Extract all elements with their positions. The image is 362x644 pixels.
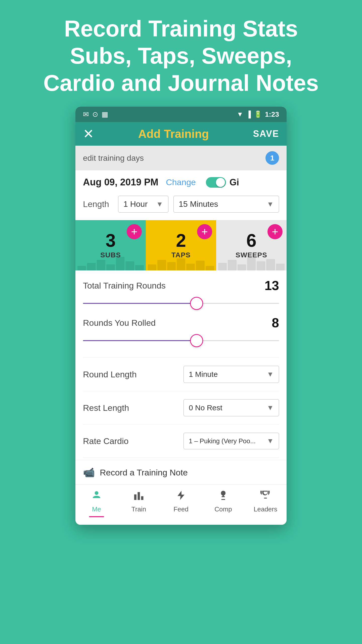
svg-rect-1: [134, 494, 137, 500]
total-rounds-slider[interactable]: [83, 297, 279, 310]
hour-dropdown[interactable]: 1 Hour ▼: [118, 196, 168, 213]
bottom-nav: Me Train Feed Comp Leaders: [75, 485, 287, 525]
rest-length-arrow: ▼: [267, 404, 274, 412]
lightning-icon: [175, 490, 187, 503]
nav-item-me[interactable]: Me: [80, 490, 113, 517]
rolled-rounds-label: Rounds You Rolled: [83, 318, 156, 328]
phone-mockup: ✉ ⊙ ▦ ▼ ▐ 🔋 1:23 ✕ Add Training SAVE edi…: [75, 107, 287, 525]
minutes-value: 15 Minutes: [179, 199, 218, 209]
divider-1: [83, 357, 279, 358]
gi-toggle-container: Gi: [206, 177, 239, 188]
total-rounds-label: Total Training Rounds: [83, 281, 166, 291]
rest-length-dropdown[interactable]: 0 No Rest ▼: [184, 399, 279, 416]
wifi-icon: ▼: [237, 110, 243, 118]
sweeps-plus-button[interactable]: +: [267, 224, 283, 239]
svg-rect-2: [138, 492, 140, 500]
edit-badge: 1: [265, 151, 279, 165]
rate-cardio-row: Rate Cardio 1 – Puking (Very Poo... ▼: [83, 427, 279, 455]
nav-me-label: Me: [92, 505, 101, 513]
edit-banner-text: edit training days: [83, 153, 144, 163]
bar-chart-icon: [133, 490, 144, 503]
rest-length-row: Rest Length 0 No Rest ▼: [83, 394, 279, 422]
sweeps-bar-decoration: [216, 255, 287, 270]
divider-3: [83, 424, 279, 425]
minutes-dropdown[interactable]: 15 Minutes ▼: [173, 196, 279, 213]
rolled-rounds-row: Rounds You Rolled 8: [83, 315, 279, 330]
calendar-icon: ▦: [102, 110, 108, 118]
page-title: Add Training: [138, 127, 209, 141]
svg-point-0: [95, 491, 99, 495]
rest-length-label: Rest Length: [83, 403, 129, 413]
divider-2: [83, 391, 279, 391]
time-display: 1:23: [265, 110, 279, 118]
record-note[interactable]: 📹 Record a Training Note: [75, 460, 287, 485]
hour-dropdown-arrow: ▼: [156, 200, 163, 208]
round-length-dropdown[interactable]: 1 Minute ▼: [184, 366, 279, 383]
sweeps-value: 6: [246, 231, 256, 250]
hero-section: Record Training Stats Subs, Taps, Sweeps…: [0, 0, 362, 107]
signal-icon: ▐: [246, 110, 251, 118]
subs-value: 3: [106, 231, 116, 250]
nav-item-leaders[interactable]: Leaders: [249, 490, 282, 517]
rest-length-value: 0 No Rest: [189, 404, 222, 412]
nav-item-comp[interactable]: Comp: [207, 490, 240, 517]
cup-icon: [260, 490, 271, 503]
gmail-icon: ✉: [83, 110, 89, 118]
hero-title: Record Training Stats Subs, Taps, Sweeps…: [20, 15, 342, 97]
total-rounds-value: 13: [264, 278, 279, 293]
gi-toggle[interactable]: [206, 177, 226, 188]
main-content: Total Training Rounds 13 Rounds You Roll…: [75, 270, 287, 458]
taps-bar-decoration: [146, 255, 216, 270]
rate-cardio-arrow: ▼: [267, 437, 274, 445]
divider-4: [83, 457, 279, 458]
svg-rect-3: [141, 496, 143, 500]
total-rounds-thumb[interactable]: [190, 297, 203, 310]
status-right: ▼ ▐ 🔋 1:23: [237, 110, 279, 118]
taps-value: 2: [176, 231, 186, 250]
sweeps-stat: + 6 SWEEPS: [216, 220, 287, 270]
nav-item-feed[interactable]: Feed: [165, 490, 197, 517]
hour-value: 1 Hour: [123, 199, 148, 209]
edit-banner[interactable]: edit training days 1: [75, 146, 287, 170]
subs-plus-button[interactable]: +: [127, 224, 142, 239]
taps-stat: + 2 TAPS: [146, 220, 216, 270]
battery-icon: 🔋: [254, 110, 262, 118]
length-row: Length 1 Hour ▼ 15 Minutes ▼: [75, 192, 287, 220]
trophy-small-icon: [218, 490, 229, 503]
circle-icon: ⊙: [92, 110, 98, 118]
close-button[interactable]: ✕: [83, 127, 94, 140]
nav-item-train[interactable]: Train: [122, 490, 155, 517]
total-rounds-track: [83, 303, 279, 304]
round-length-value: 1 Minute: [189, 370, 218, 379]
stats-section: + 3 SUBS + 2 TAPS: [75, 220, 287, 270]
subs-bar-decoration: [75, 255, 146, 270]
round-length-arrow: ▼: [267, 370, 274, 378]
nav-feed-label: Feed: [173, 505, 188, 513]
rate-cardio-label: Rate Cardio: [83, 436, 128, 446]
top-bar: ✕ Add Training SAVE: [75, 122, 287, 146]
status-left-icons: ✉ ⊙ ▦: [83, 110, 108, 118]
rate-cardio-value: 1 – Puking (Very Poo...: [189, 437, 256, 445]
toggle-knob: [216, 178, 225, 187]
record-note-text: Record a Training Note: [100, 468, 188, 477]
total-rounds-fill: [83, 303, 197, 304]
length-label: Length: [83, 199, 113, 209]
status-bar: ✉ ⊙ ▦ ▼ ▐ 🔋 1:23: [75, 107, 287, 122]
nav-active-indicator: [89, 516, 104, 517]
rounds-section: Total Training Rounds 13 Rounds You Roll…: [83, 270, 279, 355]
rolled-rounds-thumb[interactable]: [190, 334, 203, 347]
rolled-rounds-value: 8: [272, 315, 279, 330]
save-button[interactable]: SAVE: [253, 129, 279, 139]
rate-cardio-dropdown[interactable]: 1 – Puking (Very Poo... ▼: [184, 433, 279, 449]
gi-label: Gi: [230, 177, 239, 188]
minutes-dropdown-arrow: ▼: [267, 200, 274, 208]
nav-train-label: Train: [131, 505, 146, 513]
total-rounds-row: Total Training Rounds 13: [83, 278, 279, 293]
change-date-button[interactable]: Change: [166, 177, 196, 187]
round-length-row: Round Length 1 Minute ▼: [83, 360, 279, 388]
camera-icon: 📹: [83, 467, 95, 478]
date-display: Aug 09, 2019 PM: [83, 177, 158, 188]
taps-plus-button[interactable]: +: [197, 224, 212, 239]
rolled-rounds-slider[interactable]: [83, 334, 279, 347]
person-icon: [91, 490, 102, 503]
